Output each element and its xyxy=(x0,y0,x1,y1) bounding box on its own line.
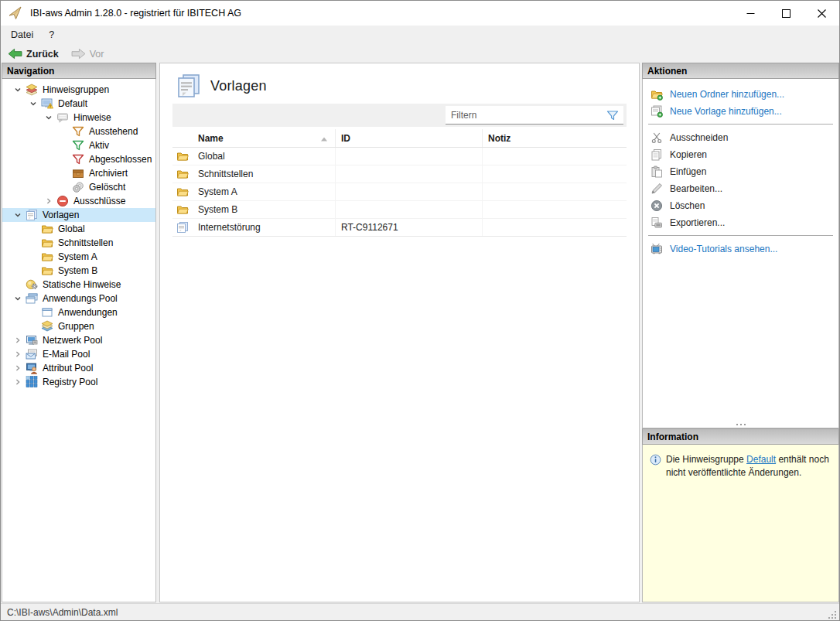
tree-item-system-b[interactable]: System B xyxy=(2,264,155,278)
tree-item-schnittstellen[interactable]: Schnittstellen xyxy=(2,236,155,250)
app-window: IBI-aws Admin 1.28.0 - registriert für I… xyxy=(0,0,840,621)
column-header-label: ID xyxy=(341,133,350,144)
action-l-schen[interactable]: Löschen xyxy=(643,197,838,214)
filter-funnel-icon[interactable] xyxy=(606,109,619,121)
tree-item-label: Netzwerk Pool xyxy=(43,335,102,346)
templates-table: NameIDNotiz GlobalSchnittstellenSystem A… xyxy=(172,129,627,237)
tool-bar: Zurück Vor xyxy=(1,44,839,63)
resize-grip[interactable] xyxy=(828,610,838,620)
chevron-right-icon[interactable] xyxy=(10,333,26,347)
tree-item-label: Aktiv xyxy=(89,140,109,151)
tree-item-anwendungen[interactable]: Anwendungen xyxy=(2,305,155,319)
column-header-notiz[interactable]: Notiz xyxy=(483,129,627,147)
chevron-down-icon[interactable] xyxy=(10,83,26,97)
actions-header: Aktionen xyxy=(642,63,839,79)
action-label: Kopieren xyxy=(670,149,707,160)
tree-item-vorlagen[interactable]: Vorlagen xyxy=(2,208,155,222)
cell-id xyxy=(336,183,483,200)
stack-gold-icon xyxy=(26,84,38,96)
column-header-id[interactable]: ID xyxy=(336,129,483,147)
action-label: Neuen Ordner hinzufügen... xyxy=(670,89,784,100)
action-kopieren[interactable]: Kopieren xyxy=(643,146,838,163)
column-header-name[interactable]: Name xyxy=(193,129,336,147)
panel-splitter-handle[interactable] xyxy=(643,422,838,427)
action-neuen-ordner-hinzuf-gen[interactable]: Neuen Ordner hinzufügen... xyxy=(643,86,838,103)
minimize-button[interactable] xyxy=(732,1,768,26)
chevron-spacer xyxy=(26,222,41,236)
forward-button[interactable]: Vor xyxy=(66,46,110,61)
tree-item-system-a[interactable]: System A xyxy=(2,250,155,264)
chevron-spacer xyxy=(26,250,41,264)
deleted-coins-icon xyxy=(72,181,84,193)
back-button[interactable]: Zurück xyxy=(2,46,64,61)
funnel-orange-icon xyxy=(72,125,84,138)
tree-item-anwendungs-pool[interactable]: Anwendungs Pool xyxy=(2,292,155,305)
menu-item-help[interactable]: ? xyxy=(41,27,62,43)
window-title: IBI-aws Admin 1.28.0 - registriert für I… xyxy=(30,8,241,19)
template-pages-icon xyxy=(26,209,38,221)
action-video-tutorials-ansehen[interactable]: Video-Tutorials ansehen... xyxy=(643,241,838,258)
table-row-global[interactable]: Global xyxy=(172,148,627,165)
tree-item-statische-hinweise[interactable]: Statische Hinweise xyxy=(2,278,155,292)
tree-item-ausstehend[interactable]: Ausstehend xyxy=(2,125,155,138)
copy-icon xyxy=(650,148,663,161)
tree-item-label: Attribut Pool xyxy=(43,363,93,374)
action-exportieren[interactable]: Exportieren... xyxy=(643,214,838,231)
close-button[interactable] xyxy=(804,1,839,26)
table-row-system-a[interactable]: System A xyxy=(172,183,627,201)
cell-notiz xyxy=(483,219,627,236)
tree-item-netzwerk-pool[interactable]: Netzwerk Pool xyxy=(2,333,155,347)
chevron-down-icon[interactable] xyxy=(10,208,26,222)
chevron-right-icon[interactable] xyxy=(41,194,56,208)
cell-notiz xyxy=(483,165,627,183)
tree-item-ausschl-sse[interactable]: Ausschlüsse xyxy=(2,194,155,208)
default-group-link[interactable]: Default xyxy=(746,454,776,465)
tree-item-label: Archiviert xyxy=(89,168,128,179)
tree-item-label: Anwendungen xyxy=(58,307,118,318)
template-pages-icon xyxy=(172,219,193,236)
tree-item-hinweise[interactable]: Hinweise xyxy=(2,111,155,125)
tree-item-hinweisgruppen[interactable]: Hinweisgruppen xyxy=(2,83,155,97)
tv-icon xyxy=(650,243,663,255)
maximize-button[interactable] xyxy=(768,1,804,26)
navigation-tree: HinweisgruppenDefaultHinweiseAusstehendA… xyxy=(2,79,156,602)
chevron-right-icon[interactable] xyxy=(10,361,26,375)
tree-item-registry-pool[interactable]: Registry Pool xyxy=(2,375,155,389)
tree-item-gruppen[interactable]: Gruppen xyxy=(2,319,155,333)
tree-item-aktiv[interactable]: Aktiv xyxy=(2,138,155,152)
menu-item-datei[interactable]: Datei xyxy=(3,27,41,43)
table-row-system-b[interactable]: System B xyxy=(172,201,627,219)
tree-item-archiviert[interactable]: Archiviert xyxy=(2,166,155,180)
chevron-right-icon[interactable] xyxy=(10,375,26,389)
action-neue-vorlage-hinzuf-gen[interactable]: Neue Vorlage hinzufügen... xyxy=(643,103,838,120)
action-einf-gen[interactable]: Einfügen xyxy=(643,163,838,180)
action-bearbeiten[interactable]: Bearbeiten... xyxy=(643,180,838,197)
folder-icon xyxy=(41,251,53,263)
filter-input[interactable] xyxy=(446,110,606,121)
app-logo-icon xyxy=(8,5,23,21)
tree-item-attribut-pool[interactable]: Attribut Pool xyxy=(2,361,155,375)
tree-item-label: Gelöscht xyxy=(89,182,125,193)
tree-item-default[interactable]: Default xyxy=(2,97,155,111)
tree-item-gel-scht[interactable]: Gelöscht xyxy=(2,180,155,194)
orb-gear-icon xyxy=(26,278,38,291)
information-panel: Information Die Hinweisgruppe Default en… xyxy=(642,428,839,602)
chevron-down-icon[interactable] xyxy=(10,292,26,305)
tree-item-label: Gruppen xyxy=(58,321,94,332)
table-row-schnittstellen[interactable]: Schnittstellen xyxy=(172,165,627,183)
cell-name: Schnittstellen xyxy=(193,165,336,183)
tree-item-global[interactable]: Global xyxy=(2,222,155,236)
table-row-internetst-rung[interactable]: InternetstörungRT-C9112671 xyxy=(172,219,627,237)
chevron-down-icon[interactable] xyxy=(41,111,56,125)
tree-item-abgeschlossen[interactable]: Abgeschlossen xyxy=(2,152,155,166)
chevron-right-icon[interactable] xyxy=(10,347,26,361)
cell-notiz xyxy=(483,201,627,218)
chevron-down-icon[interactable] xyxy=(26,97,41,111)
stack-layers-icon xyxy=(41,320,53,333)
forward-arrow-icon xyxy=(71,48,86,60)
tree-item-e-mail-pool[interactable]: E-Mail Pool xyxy=(2,347,155,361)
action-ausschneiden[interactable]: Ausschneiden xyxy=(643,129,838,146)
folder-icon xyxy=(172,183,193,200)
tree-item-label: Ausschlüsse xyxy=(73,196,125,206)
vorlagen-page-icon xyxy=(176,73,201,99)
